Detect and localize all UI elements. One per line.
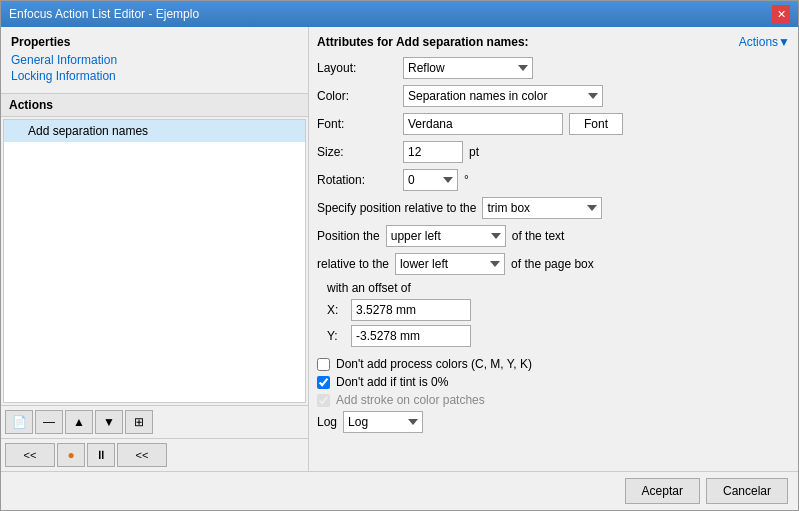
layout-row: Layout: Reflow	[317, 57, 790, 79]
size-input[interactable]: 12	[403, 141, 463, 163]
general-info-link[interactable]: General Information	[11, 53, 298, 67]
specify-position-label: Specify position relative to the	[317, 201, 476, 215]
main-window: Enfocus Action List Editor - Ejemplo ✕ P…	[0, 0, 799, 511]
content-area: Properties General Information Locking I…	[1, 27, 798, 471]
pause-icon: ⏸	[95, 448, 107, 462]
position-the-select[interactable]: upper left upper right lower left lower …	[386, 225, 506, 247]
font-row: Font: Verdana Font	[317, 113, 790, 135]
y-offset-row: Y: -3.5278 mm	[327, 325, 790, 347]
add-stroke-label: Add stroke on color patches	[336, 393, 485, 407]
dont-add-process-label: Don't add process colors (C, M, Y, K)	[336, 357, 532, 371]
cancel-button[interactable]: Cancelar	[706, 478, 788, 504]
properties-title: Properties	[11, 35, 298, 49]
accept-button[interactable]: Aceptar	[625, 478, 700, 504]
orange-button[interactable]: ●	[57, 443, 85, 467]
actions-section: Actions Add separation names	[1, 94, 308, 405]
move-up-button[interactable]: ▲	[65, 410, 93, 434]
remove-action-button[interactable]: —	[35, 410, 63, 434]
size-row: Size: 12 pt	[317, 141, 790, 163]
x-label: X:	[327, 303, 345, 317]
dont-add-process-row: Don't add process colors (C, M, Y, K)	[317, 357, 790, 371]
specify-position-row: Specify position relative to the trim bo…	[317, 197, 790, 219]
circle-icon: ●	[67, 448, 74, 462]
relative-to-select[interactable]: lower left lower right upper left upper …	[395, 253, 505, 275]
settings-button[interactable]: ⊞	[125, 410, 153, 434]
locking-info-link[interactable]: Locking Information	[11, 69, 298, 83]
log-row: Log Log Off Warning Error	[317, 411, 790, 433]
font-input[interactable]: Verdana	[403, 113, 563, 135]
close-button[interactable]: ✕	[772, 5, 790, 23]
prev-button[interactable]: <<	[5, 443, 55, 467]
right-panel-header: Attributes for Add separation names:	[317, 35, 529, 49]
dont-add-tint-checkbox[interactable]	[317, 376, 330, 389]
degree-symbol: °	[464, 173, 469, 187]
rotation-row: Rotation: 0 90 180 270 °	[317, 169, 790, 191]
position-the-label: Position the	[317, 229, 380, 243]
y-offset-input[interactable]: -3.5278 mm	[351, 325, 471, 347]
rotation-label: Rotation:	[317, 173, 397, 187]
bottom-bar: Aceptar Cancelar	[1, 471, 798, 510]
prev2-button[interactable]: <<	[117, 443, 167, 467]
position-the-row: Position the upper left upper right lowe…	[317, 225, 790, 247]
right-panel: Attributes for Add separation names: Act…	[309, 27, 798, 471]
color-label: Color:	[317, 89, 397, 103]
add-stroke-row: Add stroke on color patches	[317, 393, 790, 407]
color-row: Color: Separation names in color	[317, 85, 790, 107]
font-button[interactable]: Font	[569, 113, 623, 135]
actions-dropdown-button[interactable]: Actions▼	[739, 35, 790, 49]
dont-add-tint-row: Don't add if tint is 0%	[317, 375, 790, 389]
x-offset-row: X: 3.5278 mm	[327, 299, 790, 321]
of-the-page-box-label: of the page box	[511, 257, 594, 271]
y-label: Y:	[327, 329, 345, 343]
position-relative-select[interactable]: trim box media box bleed box crop box	[482, 197, 602, 219]
down-arrow-icon: ▼	[103, 415, 115, 429]
relative-to-row: relative to the lower left lower right u…	[317, 253, 790, 275]
move-down-button[interactable]: ▼	[95, 410, 123, 434]
actions-list: Add separation names	[3, 119, 306, 403]
color-select[interactable]: Separation names in color	[403, 85, 603, 107]
dont-add-process-checkbox[interactable]	[317, 358, 330, 371]
add-stroke-checkbox[interactable]	[317, 394, 330, 407]
layout-label: Layout:	[317, 61, 397, 75]
log-label: Log	[317, 415, 337, 429]
left-toolbar: 📄 — ▲ ▼ ⊞	[1, 405, 308, 438]
layout-select[interactable]: Reflow	[403, 57, 533, 79]
x-offset-input[interactable]: 3.5278 mm	[351, 299, 471, 321]
up-arrow-icon: ▲	[73, 415, 85, 429]
log-select[interactable]: Log Off Warning Error	[343, 411, 423, 433]
font-label: Font:	[317, 117, 397, 131]
window-title: Enfocus Action List Editor - Ejemplo	[9, 7, 199, 21]
offset-section: with an offset of X: 3.5278 mm Y: -3.527…	[327, 281, 790, 351]
relative-to-label: relative to the	[317, 257, 389, 271]
of-the-text-label: of the text	[512, 229, 565, 243]
pt-label: pt	[469, 145, 479, 159]
actions-section-header: Actions	[1, 94, 308, 117]
rotation-select[interactable]: 0 90 180 270	[403, 169, 458, 191]
right-top-row: Attributes for Add separation names: Act…	[317, 35, 790, 57]
dont-add-tint-label: Don't add if tint is 0%	[336, 375, 448, 389]
add-action-button[interactable]: 📄	[5, 410, 33, 434]
properties-section: Properties General Information Locking I…	[1, 27, 308, 94]
remove-icon: —	[43, 415, 55, 429]
action-item-add-separation-names[interactable]: Add separation names	[4, 120, 305, 142]
offset-label: with an offset of	[327, 281, 790, 295]
size-label: Size:	[317, 145, 397, 159]
add-icon: 📄	[12, 415, 27, 429]
title-bar: Enfocus Action List Editor - Ejemplo ✕	[1, 1, 798, 27]
left-bottom-bar: << ● ⏸ <<	[1, 438, 308, 471]
grid-icon: ⊞	[134, 415, 144, 429]
pause-button[interactable]: ⏸	[87, 443, 115, 467]
left-panel: Properties General Information Locking I…	[1, 27, 309, 471]
